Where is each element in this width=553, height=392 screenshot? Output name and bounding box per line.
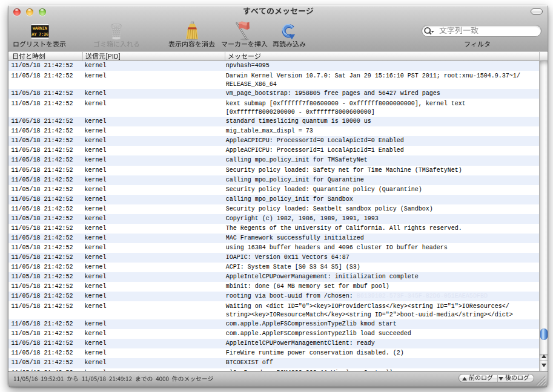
svg-text:WARNIN: WARNIN xyxy=(33,26,47,31)
svg-text:AY 7:36: AY 7:36 xyxy=(31,32,48,37)
